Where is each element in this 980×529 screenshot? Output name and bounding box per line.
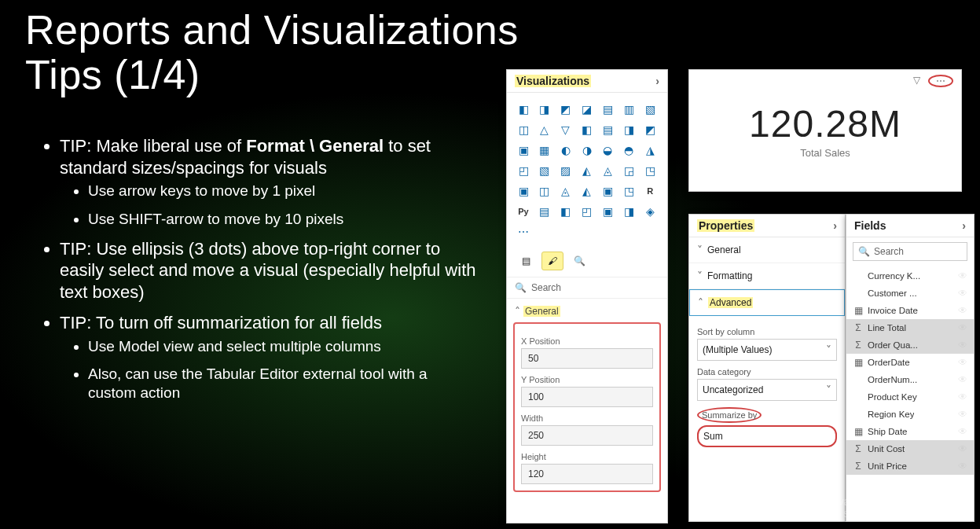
viz-type-icon[interactable]: ▣ <box>599 182 616 200</box>
viz-type-icon[interactable]: ▦ <box>536 141 553 159</box>
x-position-input[interactable] <box>521 348 653 369</box>
viz-type-icon[interactable]: ◫ <box>536 182 553 200</box>
collapse-icon[interactable]: › <box>833 219 837 232</box>
viz-type-icon[interactable]: △ <box>536 121 553 138</box>
viz-type-icon[interactable]: ▨ <box>557 162 574 179</box>
collapse-icon[interactable]: › <box>655 75 659 87</box>
filter-icon[interactable]: ▽ <box>913 75 920 87</box>
summarize-by-select[interactable]: Sum <box>697 425 837 447</box>
field-name: OrderDate <box>868 358 910 367</box>
viz-type-icon[interactable]: ◬ <box>599 162 616 179</box>
field-item[interactable]: Customer ...👁 <box>846 285 974 302</box>
collapse-icon[interactable]: › <box>962 219 966 232</box>
viz-type-icon[interactable]: ▥ <box>620 101 637 118</box>
y-position-label: Y Position <box>521 375 653 384</box>
viz-type-icon[interactable]: Py <box>515 203 532 220</box>
viz-type-icon[interactable]: ◨ <box>620 203 637 220</box>
y-position-input[interactable] <box>521 387 653 407</box>
width-input[interactable] <box>521 425 653 446</box>
viz-type-icon[interactable]: ▤ <box>599 121 616 138</box>
viz-type-icon[interactable]: ▣ <box>515 141 532 159</box>
fields-header[interactable]: Fields › <box>846 215 974 237</box>
field-item[interactable]: ▦Ship Date👁 <box>846 423 974 440</box>
viz-type-icon[interactable]: ◧ <box>515 101 532 118</box>
tip1-sub2: Use SHIFT-arrow to move by 10 pixels <box>88 210 479 229</box>
viz-type-icon[interactable]: ◰ <box>515 162 532 179</box>
viz-type-icon[interactable]: ◰ <box>578 203 596 220</box>
visibility-icon[interactable]: 👁 <box>958 409 967 420</box>
viz-type-icon[interactable]: ◳ <box>620 182 637 200</box>
viz-type-icon[interactable]: ⋯ <box>515 223 532 241</box>
visibility-icon[interactable]: 👁 <box>958 391 967 402</box>
visualizations-search[interactable]: 🔍 Search <box>507 277 667 299</box>
viz-type-icon[interactable]: ◬ <box>557 182 574 200</box>
viz-type-icon[interactable]: ◩ <box>641 121 659 138</box>
tip3-sub2: Also, can use the Tabular Editor externa… <box>88 365 479 402</box>
field-item[interactable]: ▦OrderDate👁 <box>846 354 974 371</box>
viz-type-icon[interactable]: ◪ <box>578 101 596 118</box>
viz-type-icon[interactable]: ◓ <box>620 141 637 159</box>
visibility-icon[interactable]: 👁 <box>958 340 967 351</box>
visibility-icon[interactable]: 👁 <box>958 374 967 385</box>
viz-type-icon[interactable]: ◭ <box>578 162 596 179</box>
properties-header[interactable]: Properties › <box>689 215 845 237</box>
field-item[interactable]: ▦Invoice Date👁 <box>846 302 974 319</box>
visibility-icon[interactable]: 👁 <box>958 461 967 472</box>
viz-type-icon[interactable]: ◨ <box>536 101 553 118</box>
viz-type-icon[interactable]: ▣ <box>599 203 616 220</box>
viz-type-icon[interactable]: ▤ <box>599 101 616 118</box>
fields-tab[interactable]: ▤ <box>515 252 537 270</box>
visibility-icon[interactable]: 👁 <box>958 288 967 299</box>
properties-advanced-row[interactable]: ˄ Advanced <box>689 289 845 316</box>
field-item[interactable]: Product Key👁 <box>846 388 974 406</box>
height-input[interactable] <box>521 464 653 484</box>
properties-formatting-row[interactable]: ˅ Formatting <box>689 263 845 289</box>
viz-type-icon[interactable]: ▧ <box>641 101 659 118</box>
viz-type-icon[interactable]: ◧ <box>578 121 596 138</box>
viz-type-icon[interactable]: ▧ <box>536 162 553 179</box>
viz-type-icon[interactable]: R <box>641 182 659 200</box>
viz-type-icon[interactable]: ◫ <box>515 121 532 138</box>
visibility-icon[interactable]: 👁 <box>958 426 967 437</box>
visibility-icon[interactable]: 👁 <box>958 443 967 454</box>
viz-type-icon[interactable]: ◈ <box>641 203 659 220</box>
visibility-icon[interactable]: 👁 <box>958 357 967 368</box>
field-item[interactable]: ΣLine Total👁 <box>846 319 974 336</box>
properties-general-row[interactable]: ˅ General <box>689 237 845 263</box>
field-item[interactable]: ΣUnit Price👁 <box>846 457 974 475</box>
field-type-icon: ▦ <box>853 357 864 368</box>
field-item[interactable]: Currency K...👁 <box>846 267 974 285</box>
viz-type-icon[interactable]: ◨ <box>620 121 637 138</box>
viz-type-icon[interactable]: ◮ <box>641 141 659 159</box>
viz-type-icon[interactable]: ◳ <box>641 162 659 179</box>
visualizations-header[interactable]: Visualizations › <box>507 70 667 93</box>
viz-type-icon[interactable]: ◩ <box>557 101 574 118</box>
format-tab[interactable]: 🖌 <box>541 252 563 270</box>
viz-type-icon[interactable]: ◲ <box>620 162 637 179</box>
visibility-icon[interactable]: 👁 <box>958 270 967 281</box>
general-section-header[interactable]: ˄ General <box>507 299 667 321</box>
field-item[interactable]: Region Key👁 <box>846 406 974 423</box>
visibility-icon[interactable]: 👁 <box>958 305 967 316</box>
chevron-down-icon: ˅ <box>697 244 703 256</box>
card-visual[interactable]: ▽ ⋯ 120.28M Total Sales <box>688 69 962 192</box>
viz-type-icon[interactable]: ◐ <box>557 141 574 159</box>
viz-type-icon[interactable]: ▤ <box>536 203 553 220</box>
field-item[interactable]: OrderNum...👁 <box>846 371 974 388</box>
viz-type-icon[interactable]: ◒ <box>599 141 616 159</box>
viz-type-icon[interactable]: ▣ <box>515 182 532 200</box>
analytics-tab[interactable]: 🔍 <box>568 252 590 270</box>
viz-type-icon[interactable]: ◑ <box>578 141 596 159</box>
viz-type-icon[interactable]: ▽ <box>557 121 574 138</box>
sort-by-column-select[interactable]: (Multiple Values) ˅ <box>697 339 837 361</box>
data-category-select[interactable]: Uncategorized ˅ <box>697 379 837 401</box>
visibility-icon[interactable]: 👁 <box>958 322 967 333</box>
viz-type-icon[interactable]: ◭ <box>578 182 596 200</box>
viz-type-icon[interactable]: ◧ <box>557 203 574 220</box>
field-type-icon: Σ <box>853 443 864 454</box>
properties-general-label: General <box>707 244 741 255</box>
field-item[interactable]: ΣOrder Qua...👁 <box>846 336 974 354</box>
more-options-icon[interactable]: ⋯ <box>928 75 953 87</box>
fields-search[interactable]: 🔍 Search <box>853 242 967 261</box>
field-item[interactable]: ΣUnit Cost👁 <box>846 440 974 457</box>
